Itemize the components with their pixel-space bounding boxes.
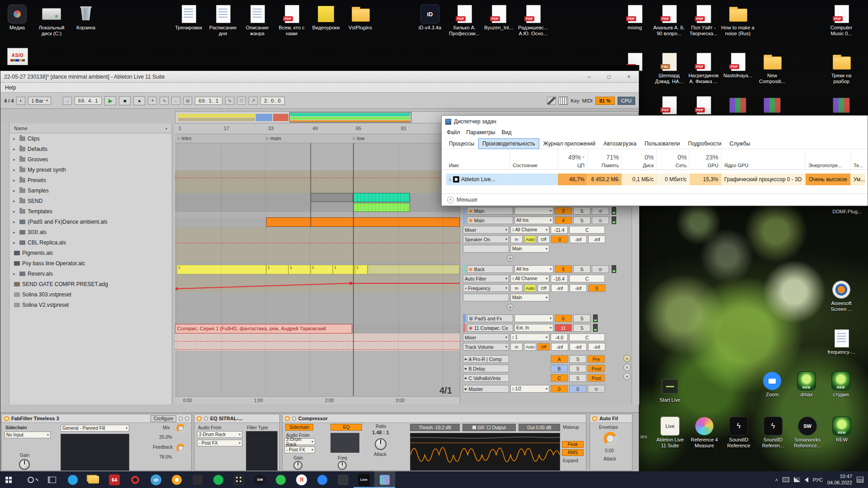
- track-extra-box[interactable]: ◎: [592, 216, 609, 224]
- track-solo-button[interactable]: S: [573, 207, 590, 215]
- desktop-icon[interactable]: FB2Шеппард Дэвид. НА...: [652, 51, 686, 84]
- track-value-box[interactable]: 3: [555, 207, 572, 215]
- desktop-icon[interactable]: Reference 4 Measure: [687, 415, 722, 449]
- sidechain-toggle-button[interactable]: Sidechain: [285, 424, 313, 431]
- track-solo-button[interactable]: S: [573, 265, 590, 273]
- track-name-button[interactable]: PadS and Fx: [467, 314, 513, 322]
- track-solo-button[interactable]: C: [569, 226, 605, 234]
- desktop-icon[interactable]: Start Live: [653, 375, 687, 403]
- taskbar-app-icon[interactable]: 64: [104, 471, 125, 488]
- track-row[interactable]: Back All Ins 5 S ◎: [463, 265, 630, 273]
- audio-from-point-select[interactable]: - Post FX: [284, 446, 315, 453]
- taskbar-app-icon[interactable]: qb: [146, 471, 166, 488]
- stop-button[interactable]: ■: [119, 96, 131, 105]
- locator[interactable]: ▷low: [353, 136, 364, 141]
- language-indicator[interactable]: РУС: [813, 477, 823, 483]
- desktop-icon[interactable]: REWстудия: [824, 370, 858, 398]
- track-solo-button[interactable]: C: [569, 275, 605, 282]
- track-io-select[interactable]: Main: [510, 245, 549, 253]
- desktop-icon[interactable]: PDFNastolnaya...: [721, 51, 755, 84]
- track-extra-box[interactable]: ◎: [592, 207, 609, 215]
- track-row[interactable]: Mixer 1 -4.0 C: [463, 333, 630, 342]
- re-enable-automation-icon[interactable]: ←: [171, 97, 180, 105]
- track-solo-button[interactable]: -inf: [570, 284, 587, 292]
- taskbar-app-icon[interactable]: [374, 471, 395, 488]
- play-button[interactable]: ▶: [104, 96, 116, 105]
- asio-panel-icon[interactable]: ASIO: [7, 48, 28, 66]
- track-value-box[interactable]: -inf: [551, 284, 568, 292]
- audio-clip-orange[interactable]: [266, 217, 460, 227]
- column-header[interactable]: 0% Сеть: [656, 149, 689, 169]
- audio-from-select[interactable]: 2-Drum Rack: [197, 431, 242, 438]
- column-header-name[interactable]: Имя: [446, 149, 509, 169]
- automation-in-button[interactable]: In: [510, 284, 523, 292]
- desktop-icon[interactable]: PDFХилько А. Профессии...: [447, 3, 481, 37]
- track-row[interactable]: Frequency In Auto Off -inf -inf 0: [463, 284, 630, 292]
- track-row[interactable]: +: [463, 303, 630, 311]
- arrangement-position[interactable]: 69. 4. 1: [75, 97, 102, 105]
- desktop-icon[interactable]: PDFByuzen_Int...: [481, 3, 516, 37]
- desktop-icon[interactable]: PDFНасретдинов А. Физика ...: [686, 51, 721, 84]
- track-value-box[interactable]: B: [551, 365, 568, 372]
- envelope-knob[interactable]: [604, 432, 617, 446]
- track-io-select[interactable]: All Channe: [510, 275, 549, 282]
- plugin-display[interactable]: [246, 431, 278, 471]
- column-header-status[interactable]: Состояние: [509, 149, 557, 169]
- track-value-box[interactable]: 0: [551, 385, 568, 393]
- track-extra-box[interactable]: -inf: [588, 235, 605, 243]
- solaris-video-clip[interactable]: Солярис. Серия 1 (FullHD, фантастика, ре…: [175, 324, 352, 333]
- desktop-icon[interactable]: Корзина: [69, 3, 103, 37]
- track-row[interactable]: Mixer All Channe -11.4 C: [463, 225, 630, 234]
- browser-item[interactable]: ▸ Samples: [9, 185, 172, 196]
- overdub-icon[interactable]: +: [148, 97, 157, 105]
- automation-off-button[interactable]: Off: [538, 343, 550, 351]
- browser-item[interactable]: ▸ Reserv.als: [9, 268, 172, 279]
- expand-arrow-icon[interactable]: ▸: [13, 136, 19, 141]
- minimize-button[interactable]: –: [579, 71, 599, 82]
- yellow-clip-cell[interactable]: 1: [288, 265, 311, 274]
- notification-center-icon[interactable]: [857, 477, 863, 483]
- track-solo-button[interactable]: S: [573, 216, 590, 224]
- fewer-details-button[interactable]: Меньше: [457, 197, 477, 203]
- expand-arrow-icon[interactable]: ▸: [13, 240, 19, 245]
- track-extra-box[interactable]: Pre: [588, 355, 605, 363]
- overview-viewport[interactable]: [289, 112, 411, 122]
- tab[interactable]: Автозагрузка: [600, 139, 640, 149]
- loop-icon[interactable]: □: [237, 97, 246, 105]
- track-name-button[interactable]: Main: [467, 216, 513, 224]
- track-row[interactable]: 11 Солярис. Се Ext. In 11 S: [463, 324, 630, 332]
- taskbar-app-icon[interactable]: [0, 471, 21, 488]
- device-fabfilter[interactable]: FabFilter Timeless 3 Configure Sidechain…: [1, 414, 192, 471]
- desktop-icon[interactable]: PDFАнаньев А. Б. 90 вопро...: [652, 3, 686, 37]
- locator-lane[interactable]: ▷intro ▷main ▷low: [175, 134, 460, 143]
- track-name-button[interactable]: C ValhallaVinta: [463, 374, 509, 382]
- loop-length[interactable]: 2. 0. 0: [260, 97, 285, 105]
- track-solo-button[interactable]: C: [569, 333, 605, 341]
- column-header[interactable]: 0% Диск: [622, 149, 656, 169]
- browser-item[interactable]: ▸ Templates: [9, 206, 172, 216]
- column-header-power-trend[interactable]: Те...: [850, 149, 865, 169]
- track-value-box[interactable]: 6: [555, 314, 572, 322]
- device-compressor[interactable]: Compressor Sidechain Audio From 2-Drum R…: [282, 414, 586, 471]
- desktop-icon[interactable]: ϟSoundID Reference: [722, 415, 756, 449]
- loop-start[interactable]: 69. 1. 1: [195, 97, 222, 105]
- track-value-box[interactable]: 5: [555, 265, 572, 273]
- track-row[interactable]: Main 3 S ◎: [463, 206, 630, 215]
- track-io-select[interactable]: 1: [510, 333, 549, 341]
- browser-item[interactable]: ▸ Grooves: [9, 154, 172, 164]
- track-value-box[interactable]: C: [551, 374, 568, 382]
- browser-item[interactable]: Solina V2.vstpreset: [9, 300, 172, 310]
- track-row[interactable]: Speaker On In Auto Off 0 -inf -inf: [463, 235, 630, 244]
- device-title-bar[interactable]: Auto Fil: [590, 414, 632, 423]
- peak-mode-button[interactable]: Peak: [562, 441, 584, 448]
- track-row[interactable]: Master 1/2 0 0 ◎: [463, 385, 630, 393]
- column-header-gpu-core[interactable]: Ядро GPU: [721, 149, 805, 169]
- expand-arrow-icon[interactable]: ▸: [13, 230, 19, 235]
- expand-arrow-icon[interactable]: ▸: [13, 272, 19, 276]
- tab[interactable]: Процессы: [445, 139, 478, 149]
- automation-arm-icon[interactable]: ∿: [160, 97, 169, 105]
- track-io-select[interactable]: All Channe: [510, 226, 549, 234]
- column-header[interactable]: 23% GPU: [689, 149, 721, 169]
- track-name-button[interactable]: Frequency: [463, 284, 509, 292]
- expander-icon[interactable]: ›: [449, 176, 451, 183]
